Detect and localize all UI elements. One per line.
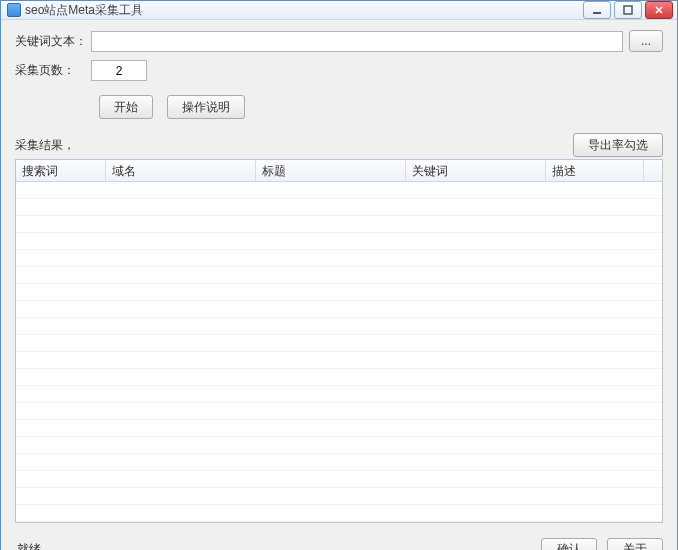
titlebar[interactable]: seo站点Meta采集工具 bbox=[1, 1, 677, 20]
grid-header: 搜索词 域名 标题 关键词 描述 bbox=[16, 160, 662, 182]
grid-body[interactable] bbox=[16, 182, 662, 522]
maximize-button[interactable] bbox=[614, 1, 642, 19]
minimize-button[interactable] bbox=[583, 1, 611, 19]
keyword-row: 关键词文本： ... bbox=[15, 30, 663, 52]
client-area: 关键词文本： ... 采集页数： 开始 操作说明 采集结果， 导出率勾选 搜索词… bbox=[1, 20, 677, 550]
table-row bbox=[16, 454, 662, 471]
close-button[interactable] bbox=[645, 1, 673, 19]
window-controls bbox=[583, 1, 673, 19]
table-row bbox=[16, 182, 662, 199]
table-row bbox=[16, 267, 662, 284]
app-window: seo站点Meta采集工具 关键词文本： ... 采集页数： 开始 bbox=[0, 0, 678, 550]
action-row: 开始 操作说明 bbox=[99, 95, 663, 119]
table-row bbox=[16, 369, 662, 386]
pages-input[interactable] bbox=[91, 60, 147, 81]
col-desc[interactable]: 描述 bbox=[546, 160, 644, 181]
table-row bbox=[16, 301, 662, 318]
results-label: 采集结果， bbox=[15, 137, 573, 154]
table-row bbox=[16, 471, 662, 488]
col-search[interactable]: 搜索词 bbox=[16, 160, 106, 181]
browse-button[interactable]: ... bbox=[629, 30, 663, 52]
footer-buttons: 确认 关于 bbox=[541, 538, 663, 550]
svg-rect-0 bbox=[593, 12, 601, 14]
table-row bbox=[16, 250, 662, 267]
col-padding bbox=[644, 160, 662, 181]
table-row bbox=[16, 284, 662, 301]
footer: 就绪 确认 关于 bbox=[15, 535, 663, 550]
status-label: 就绪 bbox=[15, 541, 541, 551]
table-row bbox=[16, 437, 662, 454]
table-row bbox=[16, 420, 662, 437]
table-row bbox=[16, 403, 662, 420]
svg-rect-1 bbox=[624, 6, 632, 14]
about-button[interactable]: 关于 bbox=[607, 538, 663, 550]
col-keyword[interactable]: 关键词 bbox=[406, 160, 546, 181]
table-row bbox=[16, 233, 662, 250]
window-title-group: seo站点Meta采集工具 bbox=[7, 2, 583, 19]
export-button[interactable]: 导出率勾选 bbox=[573, 133, 663, 157]
help-button[interactable]: 操作说明 bbox=[167, 95, 245, 119]
table-row bbox=[16, 352, 662, 369]
confirm-button[interactable]: 确认 bbox=[541, 538, 597, 550]
results-bar: 采集结果， 导出率勾选 bbox=[15, 133, 663, 157]
pages-row: 采集页数： bbox=[15, 60, 663, 81]
keyword-label: 关键词文本： bbox=[15, 33, 91, 50]
table-row bbox=[16, 386, 662, 403]
table-row bbox=[16, 488, 662, 505]
table-row bbox=[16, 335, 662, 352]
keyword-input[interactable] bbox=[91, 31, 623, 52]
table-row bbox=[16, 318, 662, 335]
table-row bbox=[16, 216, 662, 233]
app-icon bbox=[7, 3, 21, 17]
table-row bbox=[16, 505, 662, 522]
window-title: seo站点Meta采集工具 bbox=[25, 2, 143, 19]
pages-label: 采集页数： bbox=[15, 62, 91, 79]
col-domain[interactable]: 域名 bbox=[106, 160, 256, 181]
table-row bbox=[16, 199, 662, 216]
col-title[interactable]: 标题 bbox=[256, 160, 406, 181]
results-grid: 搜索词 域名 标题 关键词 描述 bbox=[15, 159, 663, 523]
start-button[interactable]: 开始 bbox=[99, 95, 153, 119]
